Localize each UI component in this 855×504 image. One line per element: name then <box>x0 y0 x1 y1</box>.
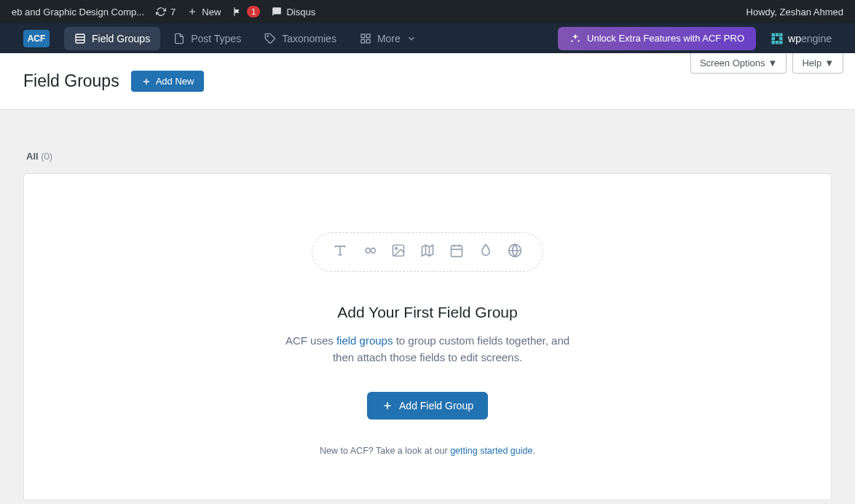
svg-rect-16 <box>452 245 462 256</box>
svg-rect-10 <box>779 36 783 40</box>
empty-state-description: ACF uses field groups to group custom fi… <box>275 333 580 366</box>
svg-rect-11 <box>772 41 776 44</box>
tab-post-types[interactable]: Post Types <box>163 27 251 50</box>
notification-badge: 1 <box>247 6 260 17</box>
tab-more[interactable]: More <box>350 27 427 50</box>
svg-rect-6 <box>772 33 776 36</box>
svg-rect-8 <box>779 33 783 36</box>
map-icon <box>420 243 435 261</box>
plus-icon <box>187 7 197 17</box>
tab-taxonomies[interactable]: Taxonomies <box>254 27 347 50</box>
adminbar-new[interactable]: New <box>181 0 226 23</box>
unlock-pro-button[interactable]: Unlock Extra Features with ACF PRO <box>558 27 756 50</box>
filter-all[interactable]: All (0) <box>26 151 52 162</box>
adminbar-howdy[interactable]: Howdy, Zeshan Ahmed <box>741 0 849 23</box>
svg-rect-4 <box>361 39 365 43</box>
globe-icon <box>508 243 522 261</box>
svg-rect-5 <box>366 39 370 43</box>
adminbar-notifications[interactable]: 1 <box>226 0 266 23</box>
adminbar-site-title[interactable]: eb and Graphic Design Comp... <box>6 0 150 23</box>
updates-count: 7 <box>170 7 176 17</box>
layout-icon <box>74 33 86 44</box>
tab-field-groups[interactable]: Field Groups <box>64 27 160 50</box>
tab-label: Field Groups <box>92 33 150 44</box>
filter-tabs: All (0) <box>23 151 832 162</box>
tab-label: Taxonomies <box>282 33 336 44</box>
add-field-group-button[interactable]: Add Field Group <box>367 392 488 420</box>
calendar-icon <box>449 243 464 261</box>
chevron-down-icon <box>406 34 417 44</box>
svg-rect-12 <box>776 41 779 44</box>
add-new-button[interactable]: Add New <box>131 71 205 92</box>
svg-rect-7 <box>776 33 779 36</box>
sparkle-icon <box>570 33 581 44</box>
svg-rect-0 <box>76 34 84 43</box>
text-icon <box>333 243 347 261</box>
content-area: All (0) Add Your First Field Group ACF u… <box>0 110 855 500</box>
wpengine-logo[interactable]: wpengine <box>771 32 832 45</box>
svg-rect-3 <box>366 34 370 38</box>
triangle-down-icon: ▼ <box>824 58 834 68</box>
image-icon <box>391 243 406 261</box>
grid-icon <box>360 33 371 44</box>
refresh-icon <box>156 7 166 17</box>
svg-point-15 <box>395 248 398 250</box>
adminbar-updates[interactable]: 7 <box>150 0 181 23</box>
new-label: New <box>202 7 221 17</box>
droplet-icon <box>478 243 493 261</box>
page-title: Field Groups <box>23 71 119 91</box>
field-type-icons-pill <box>312 232 543 272</box>
document-icon <box>173 33 185 44</box>
adminbar-disqus[interactable]: Disqus <box>266 0 321 23</box>
triangle-down-icon: ▼ <box>768 58 778 68</box>
svg-rect-9 <box>772 36 776 40</box>
plus-icon <box>141 76 151 87</box>
infinity-icon <box>362 243 377 261</box>
svg-rect-13 <box>779 41 783 44</box>
tag-icon <box>264 33 276 44</box>
svg-point-1 <box>267 36 268 36</box>
tab-label: Post Types <box>191 33 241 44</box>
acf-top-nav: ACF Field Groups Post Types Taxonomies M… <box>0 23 855 53</box>
tab-label: More <box>377 33 401 44</box>
wpengine-icon <box>771 32 784 45</box>
add-new-label: Add New <box>156 76 194 87</box>
plus-icon <box>382 400 393 412</box>
disqus-label: Disqus <box>286 7 315 17</box>
field-groups-link[interactable]: field groups <box>336 334 393 347</box>
empty-state-help-text: New to ACF? Take a look at our getting s… <box>53 446 802 456</box>
empty-state-card: Add Your First Field Group ACF uses fiel… <box>23 173 832 500</box>
getting-started-link[interactable]: getting started guide <box>450 446 532 456</box>
acf-logo[interactable]: ACF <box>23 30 50 47</box>
wp-admin-bar: eb and Graphic Design Comp... 7 New 1 Di… <box>0 0 855 23</box>
empty-state-title: Add Your First Field Group <box>53 304 802 321</box>
help-button[interactable]: Help ▼ <box>792 53 843 74</box>
flag-icon <box>232 7 243 17</box>
add-field-group-label: Add Field Group <box>399 400 473 412</box>
comment-icon <box>272 7 282 17</box>
svg-rect-2 <box>361 34 365 38</box>
pro-label: Unlock Extra Features with ACF PRO <box>587 33 744 44</box>
screen-options-button[interactable]: Screen Options ▼ <box>690 53 787 74</box>
